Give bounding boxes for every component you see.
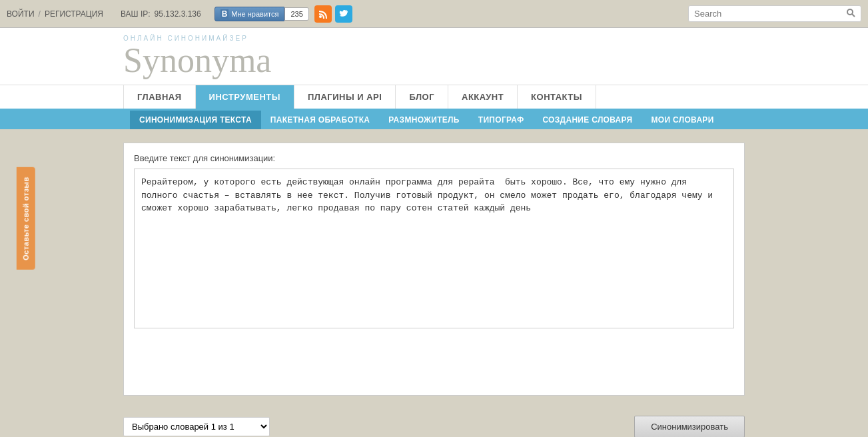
ip-value: 95.132.3.136 bbox=[155, 9, 201, 19]
vk-icon: В bbox=[220, 9, 229, 19]
top-bar: ВОЙТИ / РЕГИСТРАЦИЯ ВАШ IP: 95.132.3.136… bbox=[0, 0, 868, 28]
subnav-paketnaya[interactable]: ПАКЕТНАЯ ОБРАБОТКА bbox=[261, 111, 380, 129]
subnav-sinonimizaciya[interactable]: СИНОНИМИЗАЦИЯ ТЕКСТА bbox=[130, 111, 261, 129]
svg-point-0 bbox=[319, 15, 322, 18]
vk-label: Мне нравится bbox=[231, 10, 278, 18]
svg-line-2 bbox=[852, 14, 855, 17]
logo-main-text: Synonyma bbox=[123, 43, 271, 78]
vk-count: 235 bbox=[284, 7, 308, 21]
svg-point-1 bbox=[847, 9, 853, 15]
sub-nav: СИНОНИМИЗАЦИЯ ТЕКСТА ПАКЕТНАЯ ОБРАБОТКА … bbox=[0, 111, 868, 129]
vk-section: В Мне нравится 235 bbox=[215, 5, 352, 23]
subnav-sozdanie[interactable]: СОЗДАНИЕ СЛОВАРЯ bbox=[533, 111, 642, 129]
ip-label: ВАШ IP: bbox=[121, 9, 151, 19]
nav-item-akkaunt[interactable]: АККАУНТ bbox=[448, 85, 518, 109]
search-input[interactable] bbox=[694, 9, 846, 19]
logo-wrapper: ОНЛАЙН СИНОНИМАЙЗЕР Synonyma bbox=[123, 35, 271, 78]
main-panel: Введите текст для синонимизации: Рерайте… bbox=[123, 143, 745, 396]
nav-item-plaginy[interactable]: ПЛАГИНЫ И API bbox=[294, 85, 396, 109]
vk-like-button[interactable]: В Мне нравится bbox=[215, 7, 285, 21]
social-icons bbox=[314, 5, 352, 23]
nav-item-blog[interactable]: БЛОГ bbox=[396, 85, 448, 109]
separator: / bbox=[39, 9, 41, 19]
nav-item-glavnaya[interactable]: ГЛАВНАЯ bbox=[123, 85, 196, 109]
subnav-tipograf[interactable]: ТИПОГРАФ bbox=[469, 111, 534, 129]
nav-item-kontakty[interactable]: КОНТАКТЫ bbox=[518, 85, 596, 109]
text-input[interactable]: Рерайтером, у которого есть действующая … bbox=[134, 169, 734, 328]
top-bar-left: ВОЙТИ / РЕГИСТРАЦИЯ ВАШ IP: 95.132.3.136 bbox=[7, 9, 201, 19]
synonymize-button[interactable]: Синонимизировать bbox=[634, 416, 745, 437]
register-link[interactable]: РЕГИСТРАЦИЯ bbox=[45, 9, 103, 19]
login-link[interactable]: ВОЙТИ bbox=[7, 9, 35, 19]
side-tab[interactable]: Оставьте свой отзыв bbox=[17, 167, 35, 270]
dict-select[interactable]: Выбрано словарей 1 из 1 bbox=[123, 417, 270, 436]
nav-item-instrumenty[interactable]: ИНСТРУМЕНТЫ bbox=[196, 85, 294, 109]
subnav-razmnozhitel[interactable]: РАЗМНОЖИТЕЛЬ bbox=[379, 111, 468, 129]
subnav-moi-slovari[interactable]: МОИ СЛОВАРИ bbox=[642, 111, 723, 129]
panel-label: Введите текст для синонимизации: bbox=[134, 153, 734, 163]
main-nav: ГЛАВНАЯ ИНСТРУМЕНТЫ ПЛАГИНЫ И API БЛОГ А… bbox=[0, 85, 868, 111]
search-box bbox=[688, 5, 861, 22]
rss-icon[interactable] bbox=[314, 5, 332, 23]
search-button[interactable] bbox=[846, 8, 855, 19]
twitter-icon[interactable] bbox=[335, 5, 352, 23]
header-container: ОНЛАЙН СИНОНИМАЙЗЕР Synonyma bbox=[0, 28, 868, 85]
controls-row: Выбрано словарей 1 из 1 Синонимизировать bbox=[0, 409, 868, 437]
content-area: Введите текст для синонимизации: Рерайте… bbox=[0, 129, 868, 409]
